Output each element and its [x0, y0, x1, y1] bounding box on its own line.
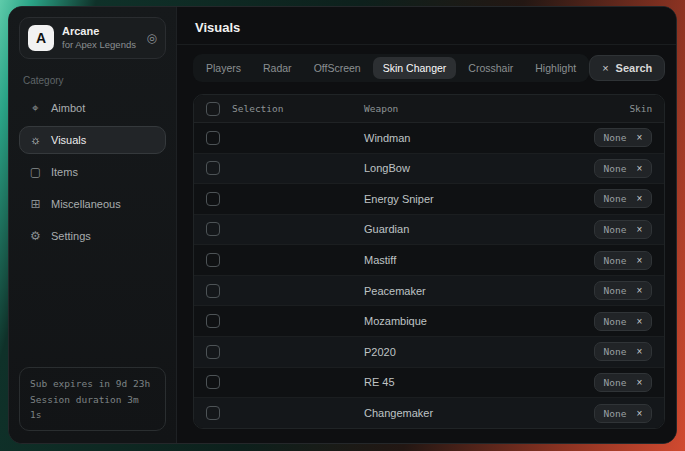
search-button-label: Search	[616, 62, 653, 74]
gear-icon: ⚙	[29, 229, 42, 243]
tab-radar[interactable]: Radar	[253, 57, 302, 79]
sidebar-item-items[interactable]: ▢ Items	[19, 158, 166, 186]
page-title: Visuals	[195, 20, 663, 35]
row-checkbox[interactable]	[206, 406, 220, 420]
weapon-name: Guardian	[364, 223, 584, 235]
skin-table: Selection Weapon Skin Windman None × Lon…	[193, 94, 665, 429]
sidebar-item-label: Settings	[51, 230, 91, 242]
skin-select[interactable]: None ×	[594, 281, 653, 300]
table-row: Peacemaker None ×	[194, 276, 664, 307]
tab-crosshair[interactable]: Crosshair	[458, 57, 523, 79]
search-icon: ×	[602, 62, 608, 74]
skin-select[interactable]: None ×	[594, 312, 653, 331]
row-checkbox[interactable]	[206, 253, 220, 267]
tab-players[interactable]: Players	[196, 57, 251, 79]
skin-value: None	[604, 285, 627, 296]
skin-select[interactable]: None ×	[594, 342, 653, 361]
weapon-name: Windman	[364, 132, 584, 144]
weapon-name: RE 45	[364, 376, 584, 388]
clear-skin-icon[interactable]: ×	[636, 408, 642, 419]
table-row: LongBow None ×	[194, 154, 664, 185]
row-checkbox[interactable]	[206, 284, 220, 298]
app-window: A Arcane for Apex Legends ◎ Category ⌖ A…	[8, 6, 677, 444]
tab-offscreen[interactable]: OffScreen	[304, 57, 371, 79]
sidebar-item-label: Aimbot	[51, 102, 85, 114]
skin-value: None	[604, 255, 627, 266]
app-title: Arcane	[62, 25, 139, 39]
tab-bar: Players Radar OffScreen Skin Changer Cro…	[193, 54, 589, 82]
clear-skin-icon[interactable]: ×	[636, 193, 642, 204]
weapon-name: Changemaker	[364, 407, 584, 419]
sidebar: A Arcane for Apex Legends ◎ Category ⌖ A…	[9, 7, 177, 443]
clear-skin-icon[interactable]: ×	[636, 316, 642, 327]
clear-skin-icon[interactable]: ×	[636, 285, 642, 296]
target-icon[interactable]: ◎	[147, 31, 157, 45]
table-row: Energy Sniper None ×	[194, 184, 664, 215]
column-header-weapon: Weapon	[364, 103, 619, 114]
skin-value: None	[604, 408, 627, 419]
row-checkbox[interactable]	[206, 314, 220, 328]
weapon-name: Mastiff	[364, 254, 584, 266]
skin-select[interactable]: None ×	[594, 220, 653, 239]
skin-select[interactable]: None ×	[594, 404, 653, 423]
row-checkbox[interactable]	[206, 131, 220, 145]
skin-value: None	[604, 163, 627, 174]
skin-value: None	[604, 316, 627, 327]
row-checkbox[interactable]	[206, 192, 220, 206]
sidebar-item-label: Visuals	[51, 134, 86, 146]
select-all-checkbox[interactable]	[206, 102, 220, 116]
table-row: Guardian None ×	[194, 215, 664, 246]
skin-select[interactable]: None ×	[594, 128, 653, 147]
skin-value: None	[604, 132, 627, 143]
table-row: Mastiff None ×	[194, 245, 664, 276]
weapon-name: Mozambique	[364, 315, 584, 327]
skin-select[interactable]: None ×	[594, 251, 653, 270]
tab-highlight[interactable]: Highlight	[525, 57, 586, 79]
sidebar-item-settings[interactable]: ⚙ Settings	[19, 222, 166, 250]
column-header-selection: Selection	[232, 103, 354, 114]
subscription-info: Sub expires in 9d 23h Session duration 3…	[19, 367, 166, 431]
visuals-icon: ☼	[29, 133, 42, 147]
sidebar-item-visuals[interactable]: ☼ Visuals	[19, 126, 166, 154]
session-duration-text: Session duration 3m 1s	[30, 392, 155, 422]
sidebar-item-aimbot[interactable]: ⌖ Aimbot	[19, 94, 166, 122]
table-row: Windman None ×	[194, 123, 664, 154]
skin-select[interactable]: None ×	[594, 189, 653, 208]
search-button[interactable]: × Search	[589, 55, 665, 81]
sidebar-item-label: Miscellaneous	[51, 198, 121, 210]
main-header: Visuals	[177, 7, 677, 45]
tab-skin-changer[interactable]: Skin Changer	[373, 57, 457, 79]
sidebar-item-label: Items	[51, 166, 78, 178]
brand-text: Arcane for Apex Legends	[62, 25, 139, 51]
clear-skin-icon[interactable]: ×	[636, 377, 642, 388]
table-row: Changemaker None ×	[194, 398, 664, 428]
weapon-name: Energy Sniper	[364, 193, 584, 205]
sidebar-nav: ⌖ Aimbot ☼ Visuals ▢ Items ⊞ Miscellaneo…	[19, 94, 166, 250]
app-logo: A	[28, 25, 54, 51]
sidebar-item-miscellaneous[interactable]: ⊞ Miscellaneous	[19, 190, 166, 218]
clear-skin-icon[interactable]: ×	[636, 224, 642, 235]
row-checkbox[interactable]	[206, 161, 220, 175]
row-checkbox[interactable]	[206, 375, 220, 389]
box-icon: ▢	[29, 165, 42, 179]
grid-icon: ⊞	[29, 197, 42, 211]
brand-card: A Arcane for Apex Legends ◎	[19, 17, 166, 59]
row-checkbox[interactable]	[206, 222, 220, 236]
skin-value: None	[604, 193, 627, 204]
clear-skin-icon[interactable]: ×	[636, 255, 642, 266]
clear-skin-icon[interactable]: ×	[636, 346, 642, 357]
clear-skin-icon[interactable]: ×	[636, 163, 642, 174]
weapon-name: Peacemaker	[364, 285, 584, 297]
row-checkbox[interactable]	[206, 345, 220, 359]
skin-value: None	[604, 377, 627, 388]
skin-select[interactable]: None ×	[594, 373, 653, 392]
main-panel: Visuals Players Radar OffScreen Skin Cha…	[177, 7, 677, 443]
app-subtitle: for Apex Legends	[62, 39, 139, 51]
table-header-row: Selection Weapon Skin	[194, 95, 664, 123]
sub-expires-text: Sub expires in 9d 23h	[30, 376, 155, 391]
column-header-skin: Skin	[629, 103, 652, 114]
clear-skin-icon[interactable]: ×	[636, 132, 642, 143]
skin-select[interactable]: None ×	[594, 159, 653, 178]
table-row: RE 45 None ×	[194, 368, 664, 399]
crosshair-icon: ⌖	[29, 101, 42, 115]
